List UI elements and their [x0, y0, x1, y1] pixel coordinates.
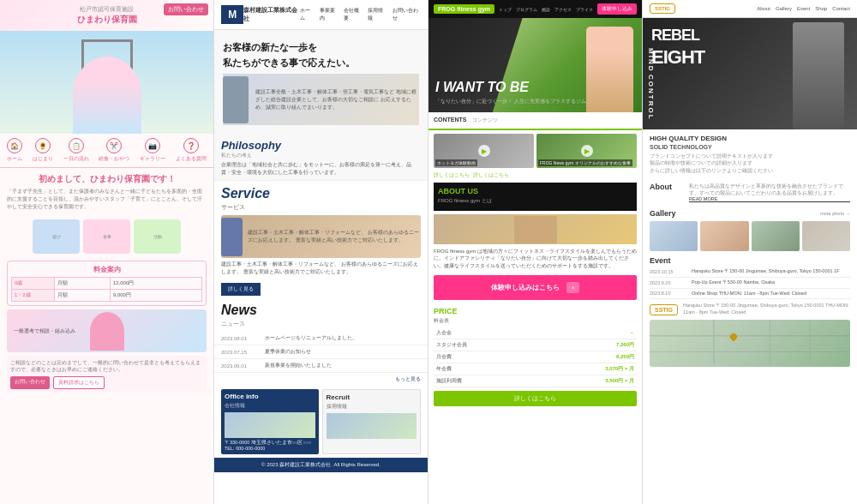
gallery-img-1[interactable]: [700, 221, 748, 251]
col3-more-links: 詳しくはこちら 詳しくはこちら: [428, 171, 642, 183]
col4-rebel-text: REBEL: [651, 27, 704, 45]
col2-recruit-box: Recruit 採用情報: [322, 389, 422, 454]
col3-thumb-label-2: FROG News gym オリジナルのおすすめな食事: [538, 159, 632, 166]
col4-about-content: 私たちは高品質なデザインと革新的な技術を融合させたブランドです。すべての製品にお…: [689, 183, 850, 203]
event-text-0: Harajuku Store 〒150-00 Jingumae, Shibuya…: [692, 268, 840, 275]
col2-nav-service[interactable]: 事業案内: [320, 7, 339, 22]
col2-office-recruit: Office info 会社情報 〒330-0000 埼玉県さいたま市○○区○○…: [214, 386, 428, 458]
nav-home[interactable]: 🏠 ホーム: [7, 138, 22, 163]
col4-nav-event[interactable]: Event: [797, 6, 810, 11]
play-icon-1[interactable]: ▶: [478, 145, 490, 157]
col4-logo: SSTIG: [650, 3, 675, 14]
col3-contents-header: CONTENTS コンテンツ: [428, 112, 642, 130]
col1-nav: 🏠 ホーム 🌻 はじまり 📋 一日の流れ ✂️ 給食・おやつ 📷 ギャラリー ❓: [0, 134, 213, 168]
col4-control-label: CONTROL: [647, 75, 655, 121]
col1-contact-sub: ご相談などのことは定めまでして、一般的に問い合わせて是非とも考えてもらえますので…: [10, 359, 203, 374]
news-date-2: 2023.06.01: [221, 363, 260, 369]
col1-contact-btn[interactable]: お問い合わせ: [164, 3, 208, 15]
play-image: 遊び: [33, 219, 80, 254]
nav-faq[interactable]: ❓ よくある質問: [176, 138, 207, 163]
event-text-1: Pop-Up Event 〒530-00 Namba, Osaka: [692, 279, 775, 286]
col4-about-label: About: [650, 183, 684, 191]
play-icon-2[interactable]: ▶: [581, 145, 593, 157]
event-item-0: 2023.10.15 Harajuku Store 〒150-00 Jingum…: [650, 267, 850, 278]
nav-gallery[interactable]: 📷 ギャラリー: [140, 138, 165, 163]
col1-fee-section: 料金案内 0歳 月額 12,000円 1・2歳 月額 9,000円: [7, 261, 207, 306]
news-text-0: ホームページをリニューアルしました。: [265, 334, 357, 342]
col4-nav-contact[interactable]: Contact: [832, 6, 850, 11]
col4-hero-person: [793, 22, 844, 129]
col3-cta[interactable]: 体験申し込みはこちら ›: [434, 275, 637, 300]
col3-thumb-1[interactable]: ▶ ホットヨガ体験動画: [434, 134, 534, 168]
fee-val0: 12,000円: [110, 278, 201, 290]
col3-nav-prog[interactable]: プログラム: [516, 7, 537, 12]
col4-nav-gallery[interactable]: Gallery: [776, 6, 792, 11]
col4-desc-sub: SOLID TECHNOLOGY: [650, 144, 850, 150]
col3-thumbs: ▶ ホットヨガ体験動画 ▶ FROG News gym オリジナルのおすすめな食…: [428, 130, 642, 171]
col4-eight-text: EIGHT: [651, 46, 704, 69]
col3-more-2[interactable]: 詳しくはこちら: [473, 171, 509, 179]
col2-nav-home[interactable]: ホーム: [300, 7, 315, 22]
col1-fee-title: 料金案内: [11, 265, 202, 274]
price-val-1: 7,260円: [538, 339, 637, 351]
col3-hero-text: I WANT TO BE 「なりたい自分」に近づく一歩！ 人生に充実感をプラスす…: [428, 80, 586, 112]
col3-logo: FROG fitness gym: [434, 4, 494, 14]
col2-philosophy-sub: 私たちの考え: [221, 152, 421, 159]
col2-service-image: 建設工事・土木工事・解体工事・リフォームなど、 お客様のあらゆるニーズにお応えし…: [221, 215, 421, 258]
gallery-img-0[interactable]: [650, 221, 698, 251]
news-item-2: 2023.06.01 新規事業を開始いたしました: [214, 359, 428, 373]
col3-more-1[interactable]: 詳しくはこちら: [434, 171, 470, 179]
nav-day-label: 一日の流れ: [63, 155, 89, 163]
col1-resource-btn[interactable]: 資料請求はこちら: [53, 376, 105, 389]
col2-service-section: Service サービス 建設工事・土木工事・解体工事・リフォームなど、 お客様…: [214, 181, 428, 297]
col3-nav-access[interactable]: アクセス: [554, 7, 572, 12]
col4-nav-shop[interactable]: Shop: [815, 6, 827, 11]
price-val-2: 8,250円: [538, 351, 637, 363]
service-person-image: [221, 218, 243, 256]
col4-gallery-more[interactable]: more photo →: [820, 211, 850, 216]
col1-contact-btn2[interactable]: お問い合わせ: [10, 376, 50, 389]
col3-nav-top[interactable]: トップ: [499, 7, 512, 12]
col4-nav: About Gallery Event Shop Contact: [757, 6, 850, 11]
event-item-1: 2023.9.20 Pop-Up Event 〒530-00 Namba, Os…: [650, 278, 850, 289]
col2-nav-about[interactable]: 会社概要: [344, 7, 363, 22]
col2-footer: © 2023 森村建設工業株式会社. All Rights Reserved.: [214, 458, 428, 472]
col1-hero: [0, 31, 213, 134]
col2-nav-recruit[interactable]: 採用情報: [368, 7, 387, 22]
col2-service-desc: 建設工事・土木工事・解体工事・リフォームなど、 お客様のあらゆるニーズにお応えし…: [214, 258, 428, 279]
price-row-3: 年会費 3,070円 × 月: [434, 363, 637, 375]
price-val-3: 3,070円 × 月: [538, 363, 637, 375]
col2-philosophy: Philosophy 私たちの考え 企業理念は「地域社会と共に歩む」をモットーに…: [214, 135, 428, 181]
col3-contents-title: CONTENTS: [434, 117, 467, 123]
col2-logo-symbol: M: [228, 9, 237, 21]
col2-service-btn[interactable]: 詳しく見る: [221, 283, 261, 296]
nav-meal[interactable]: ✂️ 給食・おやつ: [99, 138, 129, 163]
price-row-4: 施設利用費 3,500円 × 月: [434, 375, 637, 387]
col3-nav-facility[interactable]: 施設: [542, 7, 550, 12]
col4-bottom-info: SSTIG Harajuku Store 〒150-00 Jingumae, S…: [650, 303, 850, 315]
col3-nav-price[interactable]: プライス: [576, 7, 593, 12]
nav-about[interactable]: 🌻 はじまり: [33, 138, 53, 163]
col2-nav-contact[interactable]: お問い合わせ: [393, 7, 421, 22]
col4-read-more-btn[interactable]: READ MORE: [689, 196, 850, 202]
col2-hero-image: 建設工事全般・土木工事・解体工事・管工事・電気工事など 地域に根ざした総合建設企…: [223, 74, 419, 125]
nav-day[interactable]: 📋 一日の流れ: [63, 138, 89, 163]
col2-philosophy-title: Philosophy: [221, 139, 421, 152]
col3-thumb-2[interactable]: ▶ FROG News gym オリジナルのおすすめな食事: [536, 134, 637, 168]
col3-join-btn[interactable]: 体験申し込み: [597, 3, 637, 15]
price-row-0: 入会金 －: [434, 327, 637, 339]
col3-gym: FROG fitness gym トップ プログラム 施設 アクセス プライス …: [428, 0, 643, 504]
nav-about-label: はじまり: [33, 155, 53, 163]
col3-price-btn[interactable]: 詳しくはこちら: [434, 391, 637, 406]
price-label-3: 年会費: [434, 363, 538, 375]
col4-nav-about[interactable]: About: [757, 6, 770, 11]
gallery-img-3[interactable]: [802, 221, 850, 251]
child-image: [73, 57, 141, 134]
col3-thumb-label-1: ホットヨガ体験動画: [435, 159, 477, 166]
col3-about-title: ABOUT US: [438, 187, 632, 195]
col2-office-box: Office info 会社情報 〒330-0000 埼玉県さいたま市○○区○○…: [221, 389, 319, 454]
question-icon: ❓: [183, 138, 199, 153]
photo-meal: 食事: [83, 219, 130, 254]
col2-more-btn[interactable]: もっと見る: [214, 373, 428, 386]
gallery-img-2[interactable]: [752, 221, 800, 251]
